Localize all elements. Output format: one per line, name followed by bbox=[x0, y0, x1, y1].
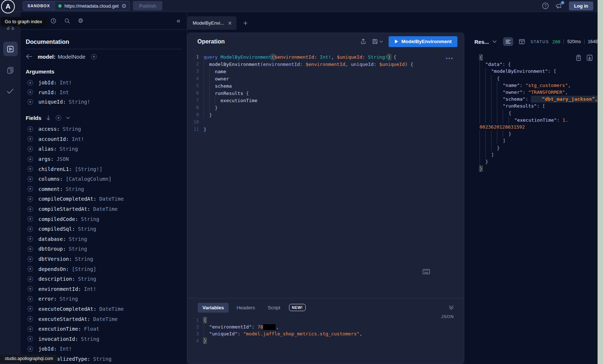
download-response-icon[interactable] bbox=[587, 55, 592, 61]
field-type: DateTime bbox=[93, 206, 117, 212]
add-field-icon[interactable] bbox=[27, 296, 33, 302]
doc-field-row[interactable]: environmentId:Int! bbox=[26, 284, 182, 294]
field-name: runId: bbox=[38, 89, 57, 95]
doc-field-row[interactable]: dbtVersion:String bbox=[26, 254, 182, 264]
doc-field-row[interactable]: executeCompletedAt:DateTime bbox=[26, 304, 182, 314]
publish-button[interactable]: Publish bbox=[133, 1, 162, 11]
doc-field-row[interactable]: alias:String bbox=[26, 144, 182, 154]
graphql-editor[interactable]: 1query ModelByEnvironment($environmentId… bbox=[188, 50, 464, 298]
chevron-down-icon[interactable] bbox=[66, 117, 70, 119]
login-button[interactable]: Log in bbox=[569, 1, 593, 11]
type-name[interactable]: ModelNode bbox=[58, 54, 85, 60]
tab-script[interactable]: Script bbox=[263, 303, 285, 313]
add-to-query-icon[interactable] bbox=[91, 54, 97, 60]
add-field-icon[interactable] bbox=[27, 80, 33, 86]
doc-field-row[interactable]: jobId:Int! bbox=[26, 344, 182, 354]
sort-fields-icon[interactable] bbox=[46, 115, 51, 121]
add-field-icon[interactable] bbox=[27, 246, 33, 252]
editor-options-icon[interactable]: ••• bbox=[446, 56, 454, 61]
save-chevron-icon[interactable] bbox=[380, 41, 383, 43]
doc-field-row[interactable]: runId:Int bbox=[26, 88, 182, 97]
operation-tab[interactable]: ModelByEnvi... ✕ bbox=[187, 16, 236, 30]
code-line: 6runResults { bbox=[188, 89, 464, 97]
announcements-megaphone-icon[interactable] bbox=[555, 2, 563, 9]
endpoint-url-input[interactable] bbox=[64, 3, 121, 9]
doc-field-row[interactable]: dbtGroup:String bbox=[26, 244, 182, 254]
add-field-icon[interactable] bbox=[27, 336, 33, 342]
raw-view-toggle-icon[interactable] bbox=[503, 37, 513, 46]
add-field-icon[interactable] bbox=[27, 126, 33, 132]
settings-gear-icon[interactable]: ⚙ bbox=[78, 17, 83, 25]
add-field-icon[interactable] bbox=[27, 236, 33, 242]
keyboard-shortcuts-icon[interactable] bbox=[423, 269, 430, 274]
add-field-icon[interactable] bbox=[27, 346, 33, 352]
doc-field-row[interactable]: invocationId:String bbox=[26, 334, 182, 344]
add-field-icon[interactable] bbox=[27, 156, 33, 162]
doc-field-row[interactable]: executeStartedAt:DateTime bbox=[26, 314, 182, 324]
code-line: "owner": "TRANSFORMER", bbox=[480, 89, 598, 96]
add-field-icon[interactable] bbox=[27, 326, 33, 332]
variables-editor[interactable]: JSON 1{2"environmentId": 78,3"uniqueId":… bbox=[188, 317, 464, 364]
doc-field-row[interactable]: comment:String bbox=[26, 184, 182, 194]
add-field-icon[interactable] bbox=[27, 186, 33, 192]
add-field-icon[interactable] bbox=[27, 216, 33, 222]
add-field-icon[interactable] bbox=[27, 99, 33, 105]
search-icon[interactable] bbox=[64, 18, 70, 24]
response-dropdown-icon[interactable] bbox=[493, 40, 497, 43]
add-field-icon[interactable] bbox=[27, 176, 33, 182]
doc-field-row[interactable]: compiledCode:String bbox=[26, 214, 182, 224]
back-arrow-icon[interactable] bbox=[26, 54, 32, 59]
new-tab-icon[interactable]: + bbox=[243, 19, 247, 27]
endpoint-bar: SANDBOX ⚙ bbox=[23, 1, 130, 11]
operation-collections-icon[interactable] bbox=[3, 63, 18, 77]
add-field-icon[interactable] bbox=[27, 196, 33, 202]
checklist-icon[interactable] bbox=[3, 84, 18, 98]
add-field-icon[interactable] bbox=[27, 136, 33, 142]
add-field-icon[interactable] bbox=[27, 89, 33, 95]
explorer-icon[interactable] bbox=[3, 42, 18, 56]
doc-field-row[interactable]: jobId:Int! bbox=[26, 78, 182, 88]
add-field-icon[interactable] bbox=[27, 166, 33, 172]
tab-variables[interactable]: Variables bbox=[198, 303, 229, 313]
add-field-icon[interactable] bbox=[27, 276, 33, 282]
help-icon[interactable]: ? bbox=[542, 2, 549, 9]
apollo-logo[interactable]: A bbox=[1, 0, 15, 13]
response-json-view[interactable]: {"data": {"modelByEnvironment": [{"name"… bbox=[464, 54, 598, 172]
add-field-icon[interactable] bbox=[27, 286, 33, 292]
add-field-icon[interactable] bbox=[27, 266, 33, 272]
doc-field-row[interactable]: database:String bbox=[26, 234, 182, 244]
close-tab-icon[interactable]: ✕ bbox=[228, 20, 232, 26]
table-view-toggle-icon[interactable] bbox=[517, 37, 527, 46]
add-field-icon[interactable] bbox=[27, 316, 33, 322]
doc-field-row[interactable]: error:String bbox=[26, 294, 182, 304]
doc-field-row[interactable]: executionTime:Float bbox=[26, 324, 182, 334]
connection-status-dot bbox=[58, 4, 62, 8]
doc-field-row[interactable]: compileStartedAt:DateTime bbox=[26, 204, 182, 214]
share-icon[interactable] bbox=[360, 38, 366, 45]
add-field-icon[interactable] bbox=[27, 226, 33, 232]
doc-field-row[interactable]: columns:[CatalogColumn] bbox=[26, 174, 182, 184]
doc-field-row[interactable]: childrenL1:[String!] bbox=[26, 164, 182, 174]
add-field-icon[interactable] bbox=[27, 206, 33, 212]
collapse-panel-icon[interactable]: « bbox=[176, 17, 180, 25]
doc-field-row[interactable]: uniqueId:String! bbox=[26, 97, 182, 107]
endpoint-settings-gear-icon[interactable]: ⚙ bbox=[121, 3, 129, 9]
save-icon[interactable] bbox=[372, 38, 378, 45]
doc-field-row[interactable]: accountId:Int! bbox=[26, 134, 182, 144]
add-field-icon[interactable] bbox=[27, 146, 33, 152]
doc-field-row[interactable]: compiledSql:String bbox=[26, 224, 182, 234]
copy-response-icon[interactable] bbox=[576, 55, 581, 61]
history-icon[interactable] bbox=[50, 18, 56, 24]
add-field-icon[interactable] bbox=[27, 306, 33, 312]
run-operation-button[interactable]: ModelByEnvironment bbox=[389, 36, 457, 47]
collapse-variables-icon[interactable] bbox=[449, 305, 454, 310]
doc-field-row[interactable]: description:String bbox=[26, 274, 182, 284]
doc-field-row[interactable]: dependsOn:[String] bbox=[26, 264, 182, 274]
tab-headers[interactable]: Headers bbox=[232, 303, 260, 313]
doc-field-row[interactable]: compileCompletedAt:DateTime bbox=[26, 194, 182, 204]
add-all-fields-icon[interactable] bbox=[55, 115, 62, 121]
doc-field-row[interactable]: args:JSON bbox=[26, 154, 182, 164]
doc-field-row[interactable]: access:String bbox=[26, 124, 182, 134]
save-button-group[interactable] bbox=[372, 38, 383, 45]
add-field-icon[interactable] bbox=[27, 256, 33, 262]
